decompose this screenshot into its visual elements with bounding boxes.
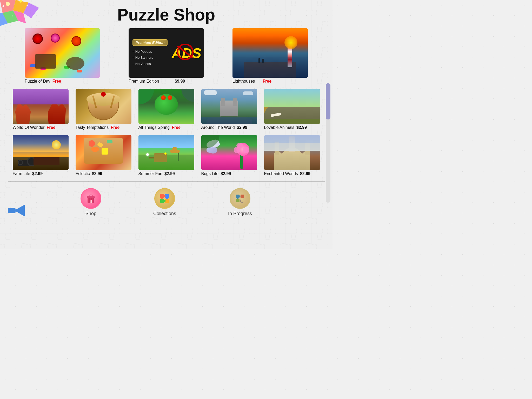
summer-fun-price: $2.99: [164, 171, 175, 176]
collections-nav-label: Collections: [153, 211, 176, 216]
farm-life-item[interactable]: Farm Life $2.99: [13, 135, 69, 176]
enchanted-worlds-price: $2.99: [300, 171, 310, 176]
premium-edition-price: $9.99: [175, 79, 185, 84]
feature-2: – No Banners: [132, 55, 153, 61]
all-things-spring-name: All Things Spring: [138, 125, 170, 130]
bugs-life-name: Bugs Life: [201, 171, 219, 176]
in-progress-nav-icon: [230, 188, 250, 209]
puzzle-of-day-name: Puzzle of Day: [25, 79, 50, 84]
tasty-temptations-thumb: [76, 89, 131, 124]
collections-nav-icon: [154, 188, 175, 209]
svg-rect-23: [160, 199, 164, 203]
svg-point-34: [237, 197, 239, 199]
lighthouses-price: Free: [263, 79, 271, 84]
lighthouses-thumb: [232, 28, 308, 78]
enchanted-worlds-name: Enchanted Worlds: [264, 171, 298, 176]
premium-edition-name: Premium Edition: [129, 79, 159, 84]
lovable-animals-price: $2.99: [296, 125, 307, 130]
puzzle-of-day-thumb: [25, 28, 100, 78]
world-of-wonder-price: Free: [47, 125, 56, 130]
all-things-spring-info: All Things Spring Free: [138, 125, 194, 130]
all-things-spring-price: Free: [172, 125, 181, 130]
shop-nav-button[interactable]: Shop: [81, 188, 101, 216]
bottom-nav: Shop Collections: [0, 185, 332, 222]
shop-nav-icon: [81, 188, 101, 209]
around-the-world-item[interactable]: Around The World $2.99: [201, 89, 257, 130]
main-content: Puzzle of Day Free Premium Edition – No …: [0, 28, 332, 176]
lovable-animals-item[interactable]: Lovable Animals $2.99: [264, 89, 320, 130]
premium-edition-thumb: Premium Edition – No Popups – No Banners…: [129, 28, 204, 78]
page-title: Puzzle Shop: [0, 0, 332, 28]
svg-point-28: [166, 198, 168, 200]
bugs-life-price: $2.99: [221, 171, 231, 176]
svg-rect-14: [8, 208, 16, 213]
world-of-wonder-thumb: [13, 89, 69, 124]
farm-life-name: Farm Life: [13, 171, 30, 176]
lighthouses-info: Lighthouses Free: [232, 79, 308, 84]
svg-rect-24: [165, 199, 169, 203]
farm-life-price: $2.99: [32, 171, 43, 176]
top-row: Puzzle of Day Free Premium Edition – No …: [8, 28, 325, 84]
eclectic-item[interactable]: Eclectic $2.99: [76, 135, 131, 176]
svg-rect-31: [236, 199, 240, 202]
bugs-life-info: Bugs Life $2.99: [201, 171, 257, 176]
around-the-world-info: Around The World $2.99: [201, 125, 257, 130]
svg-rect-18: [88, 197, 89, 203]
premium-features: – No Popups – No Banners – No Videos: [132, 49, 153, 67]
in-progress-nav-label: In Progress: [228, 211, 252, 216]
svg-rect-32: [241, 199, 244, 202]
tasty-temptations-name: Tasty Temptations: [76, 125, 109, 130]
svg-rect-21: [160, 194, 164, 198]
grid-row-3: Farm Life $2.99 Eclectic $2.99: [8, 135, 325, 176]
lighthouses-item[interactable]: Lighthouses Free: [232, 28, 308, 84]
eclectic-thumb: [76, 135, 131, 170]
puzzle-of-day-info: Puzzle of Day Free: [25, 79, 100, 84]
enchanted-worlds-item[interactable]: Enchanted Worlds $2.99: [264, 135, 320, 176]
around-the-world-price: $2.99: [237, 125, 247, 130]
enchanted-worlds-info: Enchanted Worlds $2.99: [264, 171, 320, 176]
feature-1: – No Popups: [132, 49, 153, 55]
svg-point-27: [161, 198, 163, 200]
premium-edition-item[interactable]: Premium Edition – No Popups – No Banners…: [129, 28, 204, 84]
scrollbar-track[interactable]: [326, 83, 330, 203]
lovable-animals-thumb: [264, 89, 320, 124]
summer-fun-thumb: [138, 135, 194, 170]
eclectic-name: Eclectic: [76, 171, 90, 176]
tasty-temptations-item[interactable]: Tasty Temptations Free: [76, 89, 131, 130]
all-things-spring-thumb: [138, 89, 194, 124]
collections-nav-button[interactable]: Collections: [153, 188, 176, 216]
summer-fun-item[interactable]: Summer Fun $2.99: [138, 135, 194, 176]
around-the-world-thumb: [201, 89, 257, 124]
world-of-wonder-item[interactable]: World Of Wonder Free: [13, 89, 69, 130]
in-progress-nav-button[interactable]: In Progress: [228, 188, 252, 216]
bugs-life-item[interactable]: Bugs Life $2.99: [201, 135, 257, 176]
svg-rect-20: [92, 197, 93, 203]
divider: [8, 181, 325, 182]
svg-point-25: [164, 195, 165, 197]
tasty-temptations-price: Free: [111, 125, 119, 130]
lovable-animals-info: Lovable Animals $2.99: [264, 125, 320, 130]
lighthouses-name: Lighthouses: [232, 79, 255, 84]
eclectic-price: $2.99: [92, 171, 102, 176]
svg-point-26: [164, 200, 165, 202]
puzzle-of-day-price: Free: [52, 79, 61, 84]
scrollbar-thumb[interactable]: [326, 83, 330, 119]
farm-life-thumb: [13, 135, 69, 170]
world-of-wonder-info: World Of Wonder Free: [13, 125, 69, 130]
eclectic-info: Eclectic $2.99: [76, 171, 131, 176]
summer-fun-info: Summer Fun $2.99: [138, 171, 194, 176]
world-of-wonder-name: World Of Wonder: [13, 125, 45, 130]
premium-edition-info: Premium Edition $9.99: [129, 79, 204, 84]
feature-3: – No Videos: [132, 61, 153, 67]
svg-rect-22: [165, 194, 169, 198]
puzzle-of-day-item[interactable]: Puzzle of Day Free: [25, 28, 100, 84]
back-button[interactable]: [8, 203, 25, 218]
all-things-spring-item[interactable]: All Things Spring Free: [138, 89, 194, 130]
svg-rect-19: [90, 197, 91, 203]
ads-text: ADS: [172, 45, 201, 61]
tasty-temptations-info: Tasty Temptations Free: [76, 125, 131, 130]
enchanted-worlds-thumb: [264, 135, 320, 170]
summer-fun-name: Summer Fun: [138, 171, 162, 176]
bugs-life-thumb: [201, 135, 257, 170]
svg-marker-13: [14, 205, 25, 216]
